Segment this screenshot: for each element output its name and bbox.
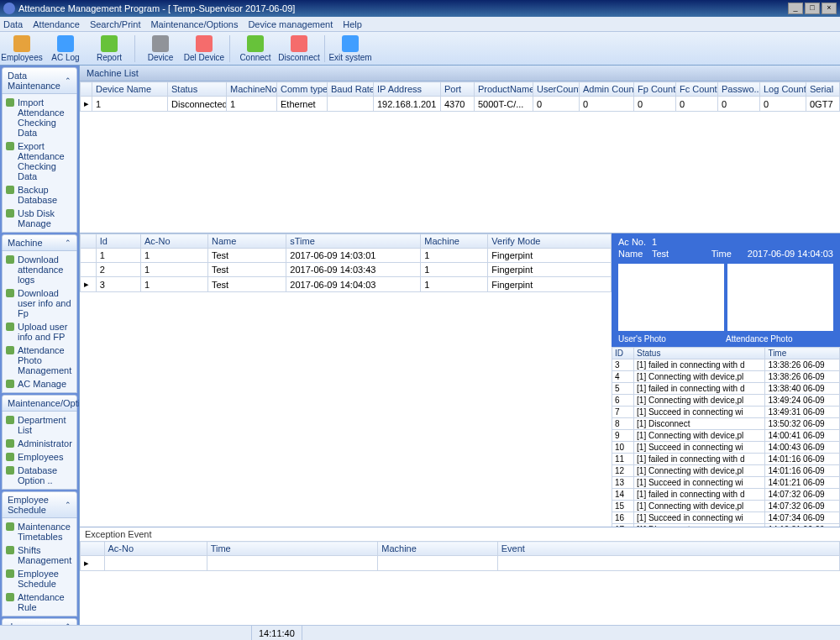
col-passwo--[interactable]: Passwo.. [718,82,760,97]
sidebar-item-backup-database[interactable]: Backup Database [3,183,76,207]
maximize-button[interactable]: □ [805,3,820,14]
menu-search-print[interactable]: Search/Print [90,19,141,29]
attendance-photo-label: Attendance Photo [726,334,833,344]
panel-head-data-maintenance[interactable]: Data Maintenance⌃ [2,67,77,94]
col-fc-count[interactable]: Fc Count [676,82,718,97]
col-productname[interactable]: ProductName [475,82,533,97]
panel-head-maintenance-options[interactable]: Maintenance/Options⌃ [2,395,77,412]
menu-device-management[interactable]: Device management [248,19,333,29]
table-row[interactable]: 12[1] Connecting with device,pl14:01:16 … [612,465,840,477]
col-stime[interactable]: sTime [286,234,421,249]
del-device-icon [196,35,213,52]
sidebar-item-attendance-rule[interactable]: Attendance Rule [3,590,76,614]
col-machine[interactable]: Machine [421,234,488,249]
col-event[interactable]: Event [497,542,839,556]
report-icon [101,35,118,52]
panel-head-machine[interactable]: Machine⌃ [2,234,77,251]
sidebar-item-employees[interactable]: Employees [3,450,76,464]
col-id[interactable]: ID [612,348,634,359]
menu-data[interactable]: Data [3,19,23,29]
sidebar-item-import-attendance-checking-data[interactable]: Import Attendance Checking Data [3,96,76,139]
table-row[interactable]: 14[1] failed in connecting with d14:07:3… [612,489,840,501]
table-row[interactable]: 5[1] failed in connecting with d13:38:40… [612,383,840,395]
menu-help[interactable]: Help [343,19,362,29]
device-grid[interactable]: Device NameStatusMachineNo.Comm typeBaud… [80,81,840,233]
col-name[interactable]: Name [207,234,286,249]
close-button[interactable]: × [822,3,837,14]
app-icon [3,3,15,14]
log-grid[interactable]: IDStatusTime3[1] failed in connecting wi… [612,347,840,527]
col-status[interactable]: Status [168,82,227,97]
sidebar-item-ac-manage[interactable]: AC Manage [3,377,76,391]
col-ip-address[interactable]: IP Address [374,82,441,97]
table-row[interactable]: ▸ [81,556,840,571]
col-status[interactable]: Status [634,348,765,359]
table-row[interactable]: 16[1] Succeed in connecting wi14:07:34 0… [612,512,840,524]
panel-head-door-manage[interactable]: door manage⌃ [2,618,77,625]
sidebar-item-usb-disk-manage[interactable]: Usb Disk Manage [3,207,76,230]
col-id[interactable]: Id [96,234,140,249]
col-verify-mode[interactable]: Verify Mode [488,234,612,249]
sidebar-item-administrator[interactable]: Administrator [3,437,76,450]
user-photo-box [618,264,724,331]
col-usercount[interactable]: UserCount [533,82,580,97]
table-row[interactable]: 3[1] failed in connecting with d13:38:26… [612,359,840,371]
col-baud-rate[interactable]: Baud Rate [328,82,374,97]
col-ac-no[interactable]: Ac-No [140,234,207,249]
sidebar-item-employee-schedule[interactable]: Employee Schedule [3,567,76,590]
del-device-button[interactable]: Del Device [182,33,226,65]
acno-value: 1 [652,237,657,247]
col-ac-no[interactable]: Ac-No [104,542,207,556]
table-row[interactable]: ▸1Disconnected1Ethernet192.168.1.2014370… [81,97,840,112]
table-row[interactable]: 13[1] Succeed in connecting wi14:01:21 0… [612,477,840,489]
table-row[interactable]: 15[1] Connecting with device,pl14:07:32 … [612,501,840,512]
sidebar-item-upload-user-info-and-fp[interactable]: Upload user info and FP [3,320,76,344]
employees-button[interactable]: Employees [0,33,44,65]
col-device-name[interactable]: Device Name [92,82,168,97]
table-row[interactable]: 9[1] Connecting with device,pl14:00:41 0… [612,430,840,442]
employees-icon [13,35,30,52]
table-row[interactable]: 8[1] Disconnect13:50:32 06-09 [612,418,840,430]
connect-button[interactable]: Connect [234,33,277,65]
table-row[interactable]: 6[1] Connecting with device,pl13:49:24 0… [612,395,840,407]
ac-log-button[interactable]: AC Log [44,33,87,65]
col-time[interactable]: Time [765,348,840,359]
table-row[interactable]: 11[1] failed in connecting with d14:01:1… [612,454,840,465]
report-button[interactable]: Report [87,33,131,65]
ac-log-icon [57,35,74,52]
col-log-count[interactable]: Log Count [760,82,806,97]
panel-head-employee-schedule[interactable]: Employee Schedule⌃ [2,491,77,518]
col-time[interactable]: Time [207,542,378,556]
col-serial[interactable]: Serial [806,82,840,97]
disconnect-button[interactable]: Disconnect [277,33,321,65]
sidebar-item-database-option---[interactable]: Database Option .. [3,464,76,487]
sidebar-item-maintenance-timetables[interactable]: Maintenance Timetables [3,520,76,543]
col-fp-count[interactable]: Fp Count [634,82,676,97]
disconnect-icon [291,35,307,52]
table-row[interactable]: 4[1] Connecting with device,pl13:38:26 0… [612,371,840,383]
name-label: Name [618,249,652,259]
table-row[interactable]: ▸31Test2017-06-09 14:04:031Fingerpint [81,277,612,292]
sidebar-item-export-attendance-checking-data[interactable]: Export Attendance Checking Data [3,139,76,183]
table-row[interactable]: 11Test2017-06-09 14:03:011Fingerpint [81,249,612,263]
menu-maintenance-options[interactable]: Maintenance/Options [150,19,238,29]
exception-grid[interactable]: Ac-NoTimeMachineEvent▸ [80,541,840,576]
col-machine[interactable]: Machine [378,542,498,556]
sidebar-item-download-attendance-logs[interactable]: Download attendance logs [3,253,76,286]
col-machineno-[interactable]: MachineNo. [227,82,277,97]
sidebar-item-download-user-info-and-fp[interactable]: Download user info and Fp [3,286,76,320]
table-row[interactable]: 7[1] Succeed in connecting wi13:49:31 06… [612,407,840,418]
col-comm-type[interactable]: Comm type [277,82,328,97]
device-button[interactable]: Device [139,33,182,65]
table-row[interactable]: 10[1] Succeed in connecting wi14:00:43 0… [612,442,840,454]
minimize-button[interactable]: _ [788,3,803,14]
exit-system-button[interactable]: Exit system [328,33,372,65]
attendance-grid[interactable]: IdAc-NoNamesTimeMachineVerify Mode11Test… [80,233,612,527]
menu-attendance[interactable]: Attendance [33,19,80,29]
col-port[interactable]: Port [441,82,475,97]
col-admin-count[interactable]: Admin Count [580,82,634,97]
sidebar-item-attendance-photo-management[interactable]: Attendance Photo Management [3,344,76,377]
sidebar-item-department-list[interactable]: Department List [3,413,76,437]
sidebar-item-shifts-management[interactable]: Shifts Management [3,543,76,567]
table-row[interactable]: 21Test2017-06-09 14:03:431Fingerpint [81,263,612,277]
